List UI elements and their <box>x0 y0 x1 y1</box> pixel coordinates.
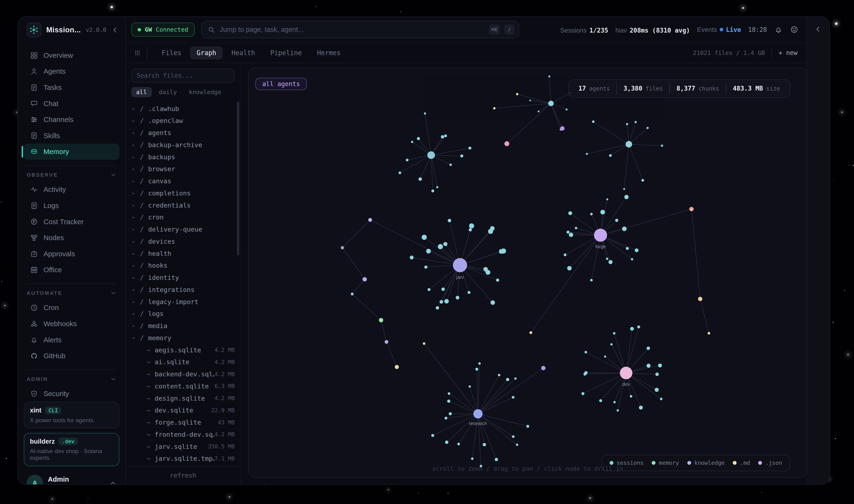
refresh-button[interactable]: refresh <box>126 466 240 484</box>
tree-folder-cron[interactable]: ▸/cron <box>132 211 240 223</box>
feedback-smiley-icon[interactable] <box>790 25 799 34</box>
graph-leaf-node[interactable] <box>498 374 501 376</box>
graph-leaf-node[interactable] <box>444 417 448 420</box>
notifications-bell-icon[interactable] <box>774 25 783 34</box>
graph-leaf-node[interactable] <box>583 373 586 375</box>
tree-folder-health[interactable]: ▸/health <box>132 248 240 259</box>
graph-leaf-node[interactable] <box>488 229 493 234</box>
graph-leaf-node[interactable] <box>637 325 640 328</box>
sidebar-item-logs[interactable]: Logs <box>24 198 119 214</box>
sidebar-item-tasks[interactable]: Tasks <box>24 79 119 95</box>
graph-leaf-node[interactable] <box>575 227 578 230</box>
file-tree-scrollbar[interactable] <box>237 102 239 255</box>
graph-leaf-node[interactable] <box>469 223 474 228</box>
graph-leaf-node[interactable] <box>658 363 662 367</box>
graph-leaf-node[interactable] <box>417 137 420 140</box>
graph-hub-node[interactable] <box>626 141 632 147</box>
gateway-status-badge[interactable]: GW Connected <box>131 22 195 37</box>
tree-file-jarv.sqlite.tmp[interactable]: ~jarv.sqlite.tmp…7.1 MB <box>132 453 240 465</box>
graph-leaf-node[interactable] <box>635 121 637 123</box>
tree-folder-completions[interactable]: ▸/completions <box>132 187 240 199</box>
tab-graph[interactable]: Graph <box>190 46 223 59</box>
tab-hermes[interactable]: Hermes <box>310 46 347 59</box>
tree-file-aegis.sqlite[interactable]: ~aegis.sqlite4.2 MB <box>132 344 240 356</box>
promo-card-xint[interactable]: xintCLIX power tools for agents. <box>24 402 119 428</box>
graph-leaf-node[interactable] <box>655 388 659 392</box>
columns-grip-icon[interactable] <box>133 49 142 57</box>
graph-leaf-node[interactable] <box>506 378 509 381</box>
graph-leaf-node[interactable] <box>606 258 608 260</box>
tree-folder-openclaw[interactable]: ▸/.openclaw <box>132 115 240 127</box>
graph-leaf-node[interactable] <box>617 409 619 412</box>
tree-file-dev.sqlite[interactable]: ~dev.sqlite22.9 MB <box>132 404 240 416</box>
filter-chip-daily[interactable]: daily <box>154 87 182 97</box>
graph-node[interactable] <box>698 297 702 301</box>
sidebar-item-activity[interactable]: Activity <box>24 182 119 198</box>
graph-leaf-node[interactable] <box>460 154 464 157</box>
graph-leaf-node[interactable] <box>483 443 486 446</box>
sidebar-section-header-automate[interactable]: AUTOMATE <box>18 289 125 300</box>
graph-node[interactable] <box>395 365 399 369</box>
graph-leaf-node[interactable] <box>635 249 639 252</box>
graph-leaf-node[interactable] <box>548 75 550 77</box>
graph-leaf-node[interactable] <box>590 279 593 282</box>
sidebar-item-security[interactable]: Security <box>24 386 119 402</box>
graph-leaf-node[interactable] <box>623 188 625 190</box>
graph-node[interactable] <box>423 342 425 345</box>
graph-leaf-node[interactable] <box>444 134 447 137</box>
graph-leaf-node[interactable] <box>631 258 633 260</box>
sidebar-item-nodes[interactable]: Nodes <box>24 230 119 246</box>
sidebar-item-github[interactable]: GitHub <box>24 348 119 364</box>
graph-leaf-node[interactable] <box>445 440 449 444</box>
graph-leaf-node[interactable] <box>411 141 413 143</box>
graph-leaf-node[interactable] <box>526 425 529 428</box>
graph-node[interactable] <box>385 340 388 344</box>
graph-leaf-node[interactable] <box>449 412 452 415</box>
sidebar-item-memory[interactable]: Memory <box>24 144 119 160</box>
graph-node[interactable] <box>341 246 344 249</box>
graph-leaf-node[interactable] <box>422 235 427 240</box>
graph-leaf-node[interactable] <box>538 111 540 112</box>
tree-folder-memory[interactable]: ▾/memory <box>132 332 240 344</box>
graph-leaf-node[interactable] <box>475 368 478 371</box>
tree-file-design.sqlite[interactable]: ~design.sqlite4.2 MB <box>132 392 240 404</box>
sidebar-item-skills[interactable]: Skills <box>24 128 119 144</box>
graph-hub-node-dev[interactable] <box>620 366 632 379</box>
graph-leaf-node[interactable] <box>647 127 649 129</box>
graph-leaf-node[interactable] <box>592 120 595 123</box>
graph-leaf-node[interactable] <box>647 363 651 367</box>
graph-node[interactable] <box>368 218 372 222</box>
graph-leaf-node[interactable] <box>440 300 443 304</box>
graph-leaf-node[interactable] <box>398 172 401 174</box>
tree-folder-credentials[interactable]: ▸/credentials <box>132 199 240 211</box>
filter-chip-all[interactable]: all <box>131 87 152 97</box>
graph-leaf-node[interactable] <box>441 287 445 291</box>
graph-leaf-node[interactable] <box>457 443 460 445</box>
graph-leaf-node[interactable] <box>516 444 518 446</box>
tree-folder-clawhub[interactable]: ▸/.clawhub <box>132 103 240 115</box>
file-search[interactable] <box>131 69 235 83</box>
sidebar-item-cron[interactable]: Cron <box>24 300 119 316</box>
graph-leaf-node[interactable] <box>585 350 587 353</box>
sidebar-item-overview[interactable]: Overview <box>24 47 119 64</box>
graph-hub-node[interactable] <box>548 101 554 106</box>
tree-folder-devices[interactable]: ▸/devices <box>132 235 240 248</box>
graph-leaf-node[interactable] <box>447 399 450 402</box>
tree-file-jarv.sqlite[interactable]: ~jarv.sqlite350.5 MB <box>132 440 240 453</box>
graph-leaf-node[interactable] <box>606 198 608 200</box>
graph-leaf-node[interactable] <box>443 242 448 246</box>
filter-chip-knowledge[interactable]: knowledge <box>184 87 226 97</box>
tree-folder-delivery-queue[interactable]: ▸/delivery-queue <box>132 223 240 235</box>
tree-folder-media[interactable]: ▸/media <box>132 320 240 332</box>
graph-leaf-node[interactable] <box>615 219 618 222</box>
tree-file-forge.sqlite[interactable]: ~forge.sqlite43 MB <box>132 416 240 428</box>
sidebar-item-chat[interactable]: Chat <box>24 95 119 112</box>
graph-leaf-node[interactable] <box>529 100 531 101</box>
graph-leaf-node[interactable] <box>639 406 643 410</box>
graph-node[interactable] <box>351 292 354 295</box>
tree-folder-integrations[interactable]: ▸/integrations <box>132 284 240 296</box>
graph-leaf-node[interactable] <box>478 362 481 364</box>
graph-leaf-node[interactable] <box>441 135 444 138</box>
graph-node[interactable] <box>529 331 532 334</box>
graph-leaf-node[interactable] <box>514 377 516 380</box>
